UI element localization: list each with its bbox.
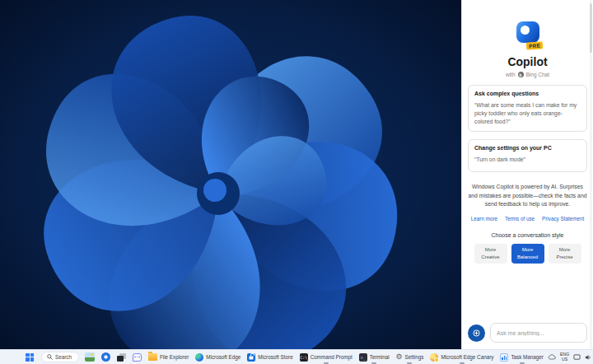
style-more-creative-button[interactable]: More Creative <box>474 244 507 264</box>
running-indicator <box>460 362 465 364</box>
ai-disclaimer: Windows Copilot is powered by AI. Surpri… <box>468 183 587 208</box>
app-label: Command Prompt <box>311 354 353 360</box>
app-label: File Explorer <box>160 354 189 360</box>
onedrive-cloud-icon[interactable] <box>548 354 556 360</box>
bloom-wallpaper-art <box>0 0 461 349</box>
chat-input-row <box>468 323 587 343</box>
card-heading: Change settings on your PC <box>474 145 581 151</box>
new-topic-icon <box>472 329 481 338</box>
learn-more-link[interactable]: Learn more <box>471 216 497 222</box>
style-btn-line1: More <box>559 247 571 252</box>
chat-icon <box>133 353 142 362</box>
running-indicator <box>520 362 525 364</box>
system-tray: ENG US 7:23 PM 6/24/2023 <box>548 350 593 364</box>
style-btn-line2: Creative <box>481 254 499 259</box>
microsoft-edge-icon <box>195 353 203 362</box>
card-body: “What are some meals I can make for my p… <box>474 101 581 126</box>
conversation-style-chooser: More Creative More Balanced More Precise <box>468 244 587 264</box>
copilot-title: Copilot <box>468 55 587 68</box>
start-button[interactable] <box>23 351 36 364</box>
style-more-balanced-button[interactable]: More Balanced <box>511 244 544 264</box>
taskbar-app-microsoft-store[interactable]: Microsoft Store <box>245 351 295 364</box>
card-heading: Ask complex questions <box>474 91 581 96</box>
windows-logo-icon <box>26 353 34 362</box>
copilot-taskbar-button[interactable] <box>99 351 113 364</box>
app-label: Microsoft Store <box>258 354 292 360</box>
suggestion-card-change-settings[interactable]: Change settings on your PC “Turn on dark… <box>468 139 587 173</box>
style-btn-line1: More <box>485 247 497 252</box>
copilot-panel: PRE Copilot with b Bing Chat Ask complex… <box>461 0 593 349</box>
taskbar: Search File Explorer Microsoft Edge <box>0 349 593 364</box>
copilot-subtitle: with b Bing Chat <box>468 72 587 77</box>
ask-me-anything-input[interactable] <box>490 323 587 343</box>
microsoft-edge-canary-icon <box>430 353 438 362</box>
display-icon[interactable] <box>573 354 581 361</box>
search-box[interactable]: Search <box>41 352 79 362</box>
chat-button[interactable] <box>130 351 144 364</box>
card-body: “Turn on dark mode” <box>474 156 581 164</box>
taskbar-app-file-explorer[interactable]: File Explorer <box>146 351 191 364</box>
style-btn-line2: Precise <box>556 254 572 259</box>
widgets-button[interactable] <box>82 351 97 364</box>
language-indicator[interactable]: ENG US <box>560 352 569 362</box>
task-view-icon <box>117 353 126 362</box>
new-topic-button[interactable] <box>468 324 485 342</box>
copilot-scrollbar-thumb[interactable] <box>590 3 592 53</box>
privacy-statement-link[interactable]: Privacy Statement <box>542 216 584 222</box>
preview-badge: PRE <box>526 41 544 49</box>
desktop-wallpaper[interactable] <box>0 0 461 349</box>
language-line2: US <box>560 357 569 362</box>
bing-icon: b <box>518 72 524 77</box>
weather-widget-icon <box>85 352 95 362</box>
terminal-icon: >_ <box>359 353 367 362</box>
settings-gear-icon: ⚙ <box>396 353 403 361</box>
desktop: PRE Copilot with b Bing Chat Ask complex… <box>0 0 593 364</box>
style-btn-line1: More <box>522 247 534 252</box>
app-label: Settings <box>405 354 424 360</box>
subtitle-prefix: with <box>506 72 516 77</box>
volume-icon[interactable] <box>585 354 592 361</box>
app-label: Microsoft Edge Canary <box>441 354 493 360</box>
legal-links: Learn more Terms of use Privacy Statemen… <box>468 216 587 222</box>
taskbar-app-terminal[interactable]: >_ Terminal <box>357 351 392 364</box>
search-icon <box>47 354 53 360</box>
task-view-button[interactable] <box>114 351 128 364</box>
subtitle-suffix: Bing Chat <box>526 72 550 77</box>
style-btn-line2: Balanced <box>517 254 538 259</box>
taskbar-app-task-manager[interactable]: Task Manager <box>497 351 546 364</box>
terms-of-use-link[interactable]: Terms of use <box>505 216 535 222</box>
taskbar-app-command-prompt[interactable]: C:\ Command Prompt <box>297 351 355 364</box>
running-indicator <box>371 362 376 364</box>
search-label: Search <box>55 354 72 360</box>
file-explorer-icon <box>148 353 157 361</box>
command-prompt-icon: C:\ <box>300 353 308 362</box>
task-manager-icon <box>500 353 508 362</box>
copilot-taskbar-icon <box>101 352 110 362</box>
app-label: Task Manager <box>511 354 544 360</box>
suggestion-card-complex-questions[interactable]: Ask complex questions “What are some mea… <box>468 85 587 132</box>
microsoft-store-icon <box>247 353 255 362</box>
style-more-precise-button[interactable]: More Precise <box>549 244 581 264</box>
app-label: Microsoft Edge <box>206 354 240 360</box>
taskbar-app-settings[interactable]: ⚙ Settings <box>394 351 427 364</box>
copilot-logo-icon <box>516 21 539 43</box>
app-label: Terminal <box>370 354 390 360</box>
copilot-logo: PRE <box>514 21 542 48</box>
taskbar-app-microsoft-edge-canary[interactable]: Microsoft Edge Canary <box>427 351 496 364</box>
running-indicator <box>407 362 412 364</box>
conversation-style-label: Choose a conversation style <box>468 232 587 238</box>
taskbar-app-microsoft-edge[interactable]: Microsoft Edge <box>193 351 243 364</box>
running-indicator <box>324 362 329 364</box>
